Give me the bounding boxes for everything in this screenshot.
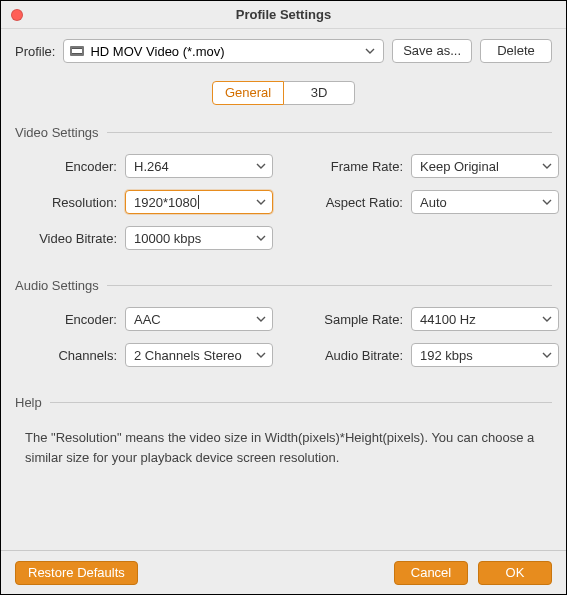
tab-3d[interactable]: 3D [283,81,355,105]
svg-rect-3 [72,53,82,54]
titlebar: Profile Settings [1,1,566,29]
aspect-ratio-value: Auto [420,195,447,210]
chevron-down-icon [256,163,266,169]
video-settings-group: Video Settings Encoder: H.264 Frame Rate… [15,125,552,250]
chevron-down-icon [256,352,266,358]
restore-defaults-button[interactable]: Restore Defaults [15,561,138,585]
audio-settings-group: Audio Settings Encoder: AAC Sample Rate:… [15,278,552,367]
chevron-down-icon [542,199,552,205]
help-heading: Help [15,395,552,410]
video-settings-heading: Video Settings [15,125,552,140]
chevron-down-icon [542,352,552,358]
video-bitrate-value: 10000 kbps [134,231,201,246]
aspect-ratio-label: Aspect Ratio: [309,195,411,210]
audio-encoder-label: Encoder: [15,312,125,327]
channels-value: 2 Channels Stereo [134,348,242,363]
chevron-down-icon [542,316,552,322]
save-as-button[interactable]: Save as... [392,39,472,63]
chevron-down-icon [542,163,552,169]
profile-select-value: HD MOV Video (*.mov) [90,44,224,59]
video-encoder-value: H.264 [134,159,169,174]
text-caret [198,195,199,209]
resolution-value: 1920*1080 [134,195,197,210]
sample-rate-select[interactable]: 44100 Hz [411,307,559,331]
profile-settings-window: Profile Settings Profile: HD MOV Video (… [0,0,567,595]
resolution-select[interactable]: 1920*1080 [125,190,273,214]
content-area: Profile: HD MOV Video (*.mov) Save as...… [1,29,566,550]
help-group: Help The "Resolution" means the video si… [15,395,552,467]
video-bitrate-select[interactable]: 10000 kbps [125,226,273,250]
video-encoder-label: Encoder: [15,159,125,174]
frame-rate-label: Frame Rate: [309,159,411,174]
window-title: Profile Settings [1,7,566,22]
audio-settings-heading: Audio Settings [15,278,552,293]
profile-label: Profile: [15,44,55,59]
footer: Restore Defaults Cancel OK [1,550,566,594]
audio-bitrate-label: Audio Bitrate: [309,348,411,363]
svg-rect-2 [72,48,82,49]
chevron-down-icon [256,316,266,322]
chevron-down-icon [256,235,266,241]
help-text: The "Resolution" means the video size in… [15,424,552,467]
video-bitrate-label: Video Bitrate: [15,231,125,246]
tab-general[interactable]: General [212,81,284,105]
video-file-icon [70,45,84,57]
sample-rate-label: Sample Rate: [309,312,411,327]
cancel-button[interactable]: Cancel [394,561,468,585]
sample-rate-value: 44100 Hz [420,312,476,327]
tabs: General 3D [15,81,552,105]
close-window-button[interactable] [11,9,23,21]
audio-encoder-value: AAC [134,312,161,327]
chevron-down-icon [256,199,266,205]
frame-rate-value: Keep Original [420,159,499,174]
resolution-label: Resolution: [15,195,125,210]
profile-select[interactable]: HD MOV Video (*.mov) [63,39,384,63]
video-encoder-select[interactable]: H.264 [125,154,273,178]
audio-bitrate-select[interactable]: 192 kbps [411,343,559,367]
channels-select[interactable]: 2 Channels Stereo [125,343,273,367]
audio-bitrate-value: 192 kbps [420,348,473,363]
chevron-down-icon [365,48,375,54]
aspect-ratio-select[interactable]: Auto [411,190,559,214]
frame-rate-select[interactable]: Keep Original [411,154,559,178]
audio-encoder-select[interactable]: AAC [125,307,273,331]
profile-row: Profile: HD MOV Video (*.mov) Save as...… [15,39,552,63]
ok-button[interactable]: OK [478,561,552,585]
delete-button[interactable]: Delete [480,39,552,63]
channels-label: Channels: [15,348,125,363]
